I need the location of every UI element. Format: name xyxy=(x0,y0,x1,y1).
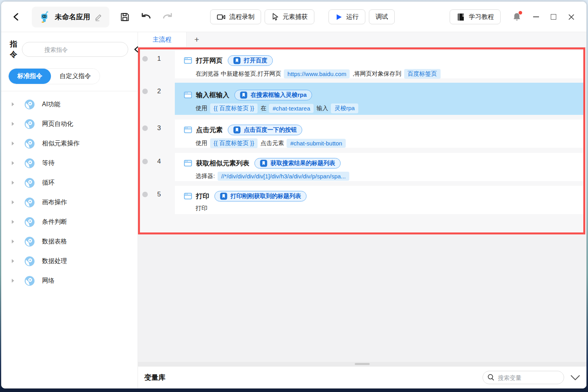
step-card[interactable]: 打印 打印刚刚获取到的标题列表 打印 xyxy=(175,186,583,214)
sidebar-item-condition[interactable]: 条件判断 xyxy=(1,212,138,232)
bookmark-icon xyxy=(240,91,247,99)
sidebar-item-data-table[interactable]: 数据表格 xyxy=(1,232,138,251)
desc-text: 选择器: xyxy=(196,172,215,180)
instruction-tabs: 标准指令 自定义指令 xyxy=(8,68,100,84)
sidebar-item-canvas-ops[interactable]: 画布操作 xyxy=(1,192,138,212)
step-title: 获取相似元素列表 xyxy=(196,159,249,168)
sidebar-item-label: 循环 xyxy=(42,179,54,187)
breakpoint-dot[interactable] xyxy=(142,192,148,197)
instruction-search-input[interactable] xyxy=(22,42,128,57)
bookmark-icon xyxy=(233,57,241,64)
category-icon xyxy=(24,178,35,188)
save-icon xyxy=(120,12,130,22)
param-chip-variable[interactable]: 百度标签页 xyxy=(404,69,441,79)
search-icon xyxy=(487,374,495,381)
close-icon xyxy=(568,14,575,20)
tutorial-button[interactable]: 学习教程 xyxy=(450,9,501,24)
step-alias-badge[interactable]: 获取搜索结果的标题列表 xyxy=(254,158,341,169)
variable-library-bar: 变量库 xyxy=(138,366,586,388)
tab-custom-instructions[interactable]: 自定义指令 xyxy=(51,69,100,84)
back-button[interactable] xyxy=(11,12,22,22)
notification-badge-dot xyxy=(519,11,522,15)
flow-record-label: 流程录制 xyxy=(229,13,254,21)
step-alias-badge[interactable]: 打印刚刚获取到的标题列表 xyxy=(214,191,307,201)
drag-handle[interactable] xyxy=(355,363,370,365)
step-card[interactable]: 点击元素 点击百度一下的按钮 使用 {{ 百度标签页 }} 点击元素 #chat… xyxy=(175,120,583,148)
category-icon xyxy=(24,119,35,129)
step-card-selected[interactable]: 输入框输入 在搜索框输入灵梭rpa 使用 {{ 百度标签页 }} 在 #chat… xyxy=(175,83,583,115)
param-chip-url[interactable]: https://www.baidu.com xyxy=(284,69,350,78)
step-gutter: 2 xyxy=(140,83,175,115)
run-button[interactable]: 运行 xyxy=(328,9,365,24)
app-name-box[interactable]: 未命名应用 xyxy=(32,7,109,27)
bookmark-icon xyxy=(233,126,241,134)
breakpoint-dot[interactable] xyxy=(142,125,148,131)
close-button[interactable] xyxy=(568,14,575,20)
undo-icon xyxy=(140,12,152,22)
step-number: 5 xyxy=(157,191,161,198)
sidebar-item-loop[interactable]: 循环 xyxy=(1,173,138,192)
app-logo-robot-icon xyxy=(38,11,51,24)
step-card[interactable]: 获取相似元素列表 获取搜索结果的标题列表 选择器: //*/div/div/di… xyxy=(175,153,583,181)
redo-button[interactable] xyxy=(162,12,173,22)
tab-main-flow[interactable]: 主流程 xyxy=(138,32,187,47)
badge-label: 打印刚刚获取到的标题列表 xyxy=(230,192,301,200)
flow-step-3: 3 点击元素 点击百度一下的按钮 使用 {{ 百度标签页 }} 点 xyxy=(140,120,583,148)
desc-text: 使用 xyxy=(196,105,207,112)
edit-pencil-icon[interactable] xyxy=(94,13,103,22)
variable-search-input[interactable] xyxy=(483,371,564,384)
param-chip-xpath[interactable]: //*/div/div/div/div[1]/div/h3/a/div/div/… xyxy=(218,172,349,181)
chevron-right-icon xyxy=(11,122,15,126)
minimize-button[interactable] xyxy=(533,16,539,17)
desc-text: 使用 xyxy=(196,140,207,147)
flow-record-button[interactable]: 流程录制 xyxy=(210,9,261,24)
category-icon xyxy=(24,217,35,227)
save-button[interactable] xyxy=(120,12,130,22)
category-icon xyxy=(24,236,35,247)
maximize-icon xyxy=(551,14,556,20)
flow-tabbar: 主流程 + xyxy=(138,32,586,47)
maximize-button[interactable] xyxy=(551,14,556,20)
bookmark-icon xyxy=(260,160,267,167)
bookmark-icon xyxy=(220,192,227,200)
param-chip-selector[interactable]: #chat-textarea xyxy=(269,104,314,113)
badge-label: 获取搜索结果的标题列表 xyxy=(270,160,335,167)
sidebar-item-label: 画布操作 xyxy=(42,198,67,207)
chevron-left-icon xyxy=(12,12,21,22)
param-chip-tab-variable[interactable]: {{ 百度标签页 }} xyxy=(210,138,258,148)
sidebar-item-ai[interactable]: AI功能 xyxy=(1,94,138,114)
sidebar-item-data-process[interactable]: 数据处理 xyxy=(1,251,138,271)
sidebar-item-wait[interactable]: 等待 xyxy=(1,153,138,173)
param-chip-selector[interactable]: #chat-submit-button xyxy=(287,139,346,148)
tab-standard-instructions[interactable]: 标准指令 xyxy=(9,69,51,84)
param-chip-tab-variable[interactable]: {{ 百度标签页 }} xyxy=(210,103,258,113)
category-icon xyxy=(24,276,35,286)
chevron-down-icon[interactable] xyxy=(570,375,580,381)
chevron-right-icon xyxy=(11,259,15,263)
param-chip-text[interactable]: 灵梭rpa xyxy=(331,103,358,113)
video-camera-icon xyxy=(217,13,226,21)
instruction-sidebar: 指令 标准指令 自定义指令 AI功能 网页自动化 xyxy=(1,32,138,388)
titlebar: 未命名应用 流程录制 元素捕获 xyxy=(1,2,586,32)
step-card[interactable]: 打开网页 打开百度 在浏览器 中新建标签页,打开网页 https://www.b… xyxy=(175,50,583,78)
step-alias-badge[interactable]: 在搜索框输入灵梭rpa xyxy=(234,90,312,100)
breakpoint-dot[interactable] xyxy=(142,159,148,164)
element-capture-button[interactable]: 元素捕获 xyxy=(265,9,314,24)
notifications-button[interactable] xyxy=(512,12,521,22)
step-alias-badge[interactable]: 点击百度一下的按钮 xyxy=(228,125,302,135)
breakpoint-dot[interactable] xyxy=(142,56,148,62)
undo-button[interactable] xyxy=(140,12,152,22)
flow-step-5: 5 打印 打印刚刚获取到的标题列表 打印 xyxy=(140,186,583,214)
sidebar-item-web-automation[interactable]: 网页自动化 xyxy=(1,114,138,134)
category-icon xyxy=(24,197,35,208)
step-number: 1 xyxy=(157,55,161,63)
add-flow-tab-button[interactable]: + xyxy=(187,32,207,47)
tutorial-label: 学习教程 xyxy=(469,13,494,21)
sidebar-item-similar-elements[interactable]: 相似元素操作 xyxy=(1,134,138,153)
debug-button[interactable]: 调试 xyxy=(369,9,395,24)
sidebar-item-network[interactable]: 网络 xyxy=(1,271,138,290)
badge-label: 打开百度 xyxy=(244,57,267,64)
breakpoint-dot[interactable] xyxy=(142,89,148,94)
step-alias-badge[interactable]: 打开百度 xyxy=(228,55,273,66)
chevron-right-icon xyxy=(11,239,15,244)
